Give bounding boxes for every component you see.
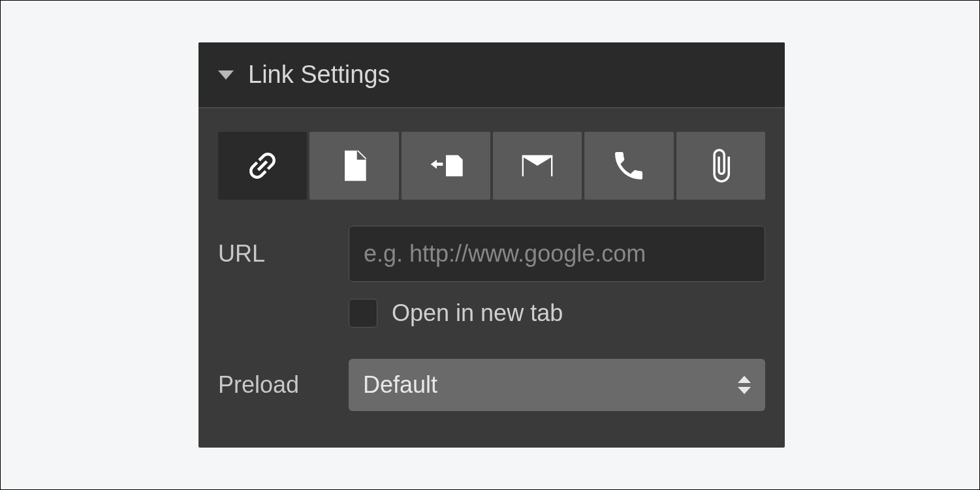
tab-phone[interactable] [584,132,673,200]
url-label: URL [218,240,349,268]
link-type-tabs [218,132,765,200]
link-settings-panel: Link Settings [198,42,785,448]
new-tab-checkbox[interactable] [349,299,377,328]
new-tab-row: Open in new tab [349,299,765,328]
collapse-toggle-icon [218,70,234,80]
attachment-icon [703,147,739,184]
page-icon [336,147,372,184]
panel-title: Link Settings [248,61,390,89]
tab-section[interactable] [402,132,490,200]
preload-row: Preload Default [218,359,765,411]
link-icon [244,147,281,184]
new-tab-label: Open in new tab [392,299,563,327]
tab-attachment[interactable] [676,132,765,200]
email-icon [519,147,556,184]
url-input[interactable] [349,226,765,282]
preload-select-value: Default [363,371,437,399]
preload-select[interactable]: Default [349,359,765,411]
section-icon [428,147,464,184]
select-stepper-icon [738,376,751,394]
preload-label: Preload [218,371,349,399]
tab-email[interactable] [493,132,582,200]
panel-header[interactable]: Link Settings [198,42,785,108]
url-row: URL [218,226,765,282]
panel-body: URL Open in new tab Preload Default [198,108,785,448]
tab-url[interactable] [218,132,307,200]
tab-page[interactable] [309,132,398,200]
phone-icon [610,147,647,184]
